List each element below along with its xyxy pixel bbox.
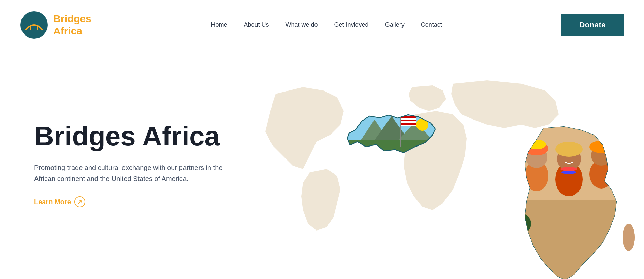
svg-rect-11 xyxy=(401,118,416,120)
nav-get-involved[interactable]: Get Invloved xyxy=(334,21,369,28)
nav-gallery[interactable]: Gallery xyxy=(385,21,405,28)
nav-contact[interactable]: Contact xyxy=(421,21,442,28)
svg-rect-13 xyxy=(401,125,416,126)
donate-button[interactable]: Donate xyxy=(561,14,624,36)
svg-point-31 xyxy=(623,224,635,251)
svg-point-18 xyxy=(527,140,546,149)
nav-about-us[interactable]: About Us xyxy=(244,21,269,28)
learn-more-label: Learn More xyxy=(34,198,71,206)
svg-rect-27 xyxy=(502,200,635,279)
logo-text: Bridges Africa xyxy=(53,13,91,37)
hero-subtitle: Promoting trade and cultural exchange wi… xyxy=(34,162,225,184)
svg-rect-28 xyxy=(519,227,522,254)
africa-photo-shape xyxy=(502,125,635,279)
arrow-circle-icon: ↗ xyxy=(74,196,85,207)
svg-rect-9 xyxy=(400,116,401,147)
logo-link[interactable]: Bridges Africa xyxy=(20,11,91,39)
usa-photo-shape xyxy=(347,99,453,171)
svg-point-21 xyxy=(555,142,583,157)
hero-content: Bridges Africa Promoting trade and cultu… xyxy=(0,121,225,207)
nav-home[interactable]: Home xyxy=(211,21,227,28)
svg-point-23 xyxy=(561,171,576,174)
hero-section: Bridges Africa Promoting trade and cultu… xyxy=(0,50,644,279)
svg-point-22 xyxy=(560,167,577,171)
nav-what-we-do[interactable]: What we do xyxy=(286,21,318,28)
logo-icon xyxy=(20,11,48,39)
learn-more-link[interactable]: Learn More ↗ xyxy=(34,196,85,207)
svg-point-26 xyxy=(589,141,613,153)
svg-point-8 xyxy=(416,118,428,131)
header: Bridges Africa Home About Us What we do … xyxy=(0,0,644,50)
hero-title: Bridges Africa xyxy=(34,121,225,151)
main-nav: Home About Us What we do Get Invloved Ga… xyxy=(211,21,442,28)
svg-rect-12 xyxy=(401,121,416,123)
